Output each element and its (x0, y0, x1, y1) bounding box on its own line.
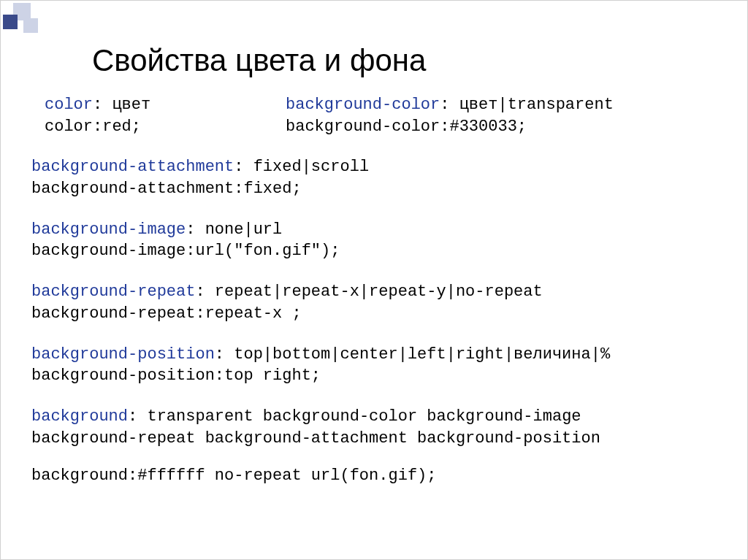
keyword: background-attachment (31, 158, 234, 176)
syntax-rest: : transparent background-color backgroun… (128, 407, 581, 426)
top-row: color: цвет color:red; background-color:… (31, 94, 725, 137)
background-attachment-block: background-attachment: fixed|scroll back… (31, 156, 725, 199)
syntax-line: background-image: none|url (31, 219, 725, 241)
example-line: background-position:top right; (31, 365, 725, 387)
syntax-rest: : repeat|repeat-x|repeat-y|no-repeat (195, 283, 542, 301)
slide-content: color: цвет color:red; background-color:… (31, 94, 725, 506)
syntax-line-1: background: transparent background-color… (31, 406, 725, 428)
keyword: color (45, 96, 93, 114)
syntax-line: background-repeat: repeat|repeat-x|repea… (31, 281, 725, 303)
syntax-rest: : fixed|scroll (234, 158, 369, 176)
syntax-rest: : top|bottom|center|left|right|величина|… (215, 345, 610, 364)
background-position-block: background-position: top|bottom|center|l… (31, 344, 725, 387)
example-line: background-color:#330033; (286, 116, 725, 138)
example-line: color:red; (45, 116, 286, 138)
syntax-line-2: background-repeat background-attachment … (31, 428, 725, 450)
example-line: background:#ffffff no-repeat url(fon.gif… (31, 465, 725, 487)
slide-title: Свойства цвета и фона (92, 43, 426, 78)
keyword: background-image (31, 220, 186, 239)
keyword: background (31, 407, 128, 426)
syntax-rest: : цвет|transparent (440, 96, 614, 114)
example-line: background-image:url("fon.gif"); (31, 240, 725, 262)
background-repeat-block: background-repeat: repeat|repeat-x|repea… (31, 281, 725, 324)
keyword: background-position (31, 345, 215, 364)
background-color-block: background-color: цвет|transparent backg… (286, 94, 725, 137)
syntax-line: background-position: top|bottom|center|l… (31, 344, 725, 366)
background-shorthand-block: background: transparent background-color… (31, 406, 725, 487)
corner-decoration-icon (3, 3, 37, 37)
keyword: background-color (286, 96, 440, 114)
syntax-line: color: цвет (45, 94, 286, 116)
syntax-rest: : цвет (93, 96, 150, 114)
keyword: background-repeat (31, 283, 195, 301)
example-line: background-repeat:repeat-x ; (31, 303, 725, 325)
slide: Свойства цвета и фона color: цвет color:… (0, 0, 748, 560)
color-block: color: цвет color:red; (45, 94, 286, 137)
example-line: background-attachment:fixed; (31, 178, 725, 200)
syntax-line: background-color: цвет|transparent (286, 94, 725, 116)
syntax-rest: : none|url (186, 220, 282, 239)
background-image-block: background-image: none|url background-im… (31, 219, 725, 262)
syntax-line: background-attachment: fixed|scroll (31, 156, 725, 178)
